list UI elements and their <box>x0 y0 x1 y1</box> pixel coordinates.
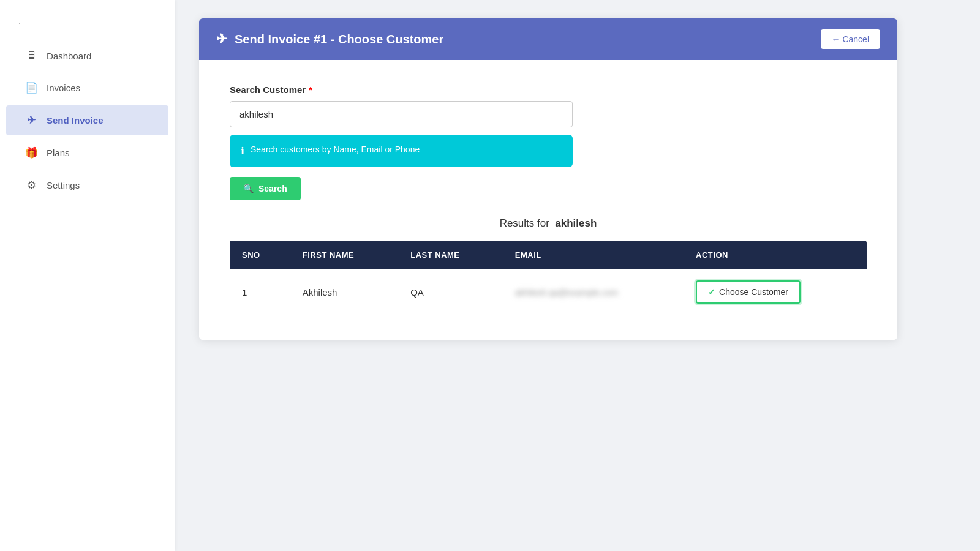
main-content: ✈ Send Invoice #1 - Choose Customer ← Ca… <box>175 0 980 551</box>
search-label-text: Search Customer <box>230 84 306 95</box>
info-text: Search customers by Name, Email or Phone <box>251 143 420 156</box>
dashboard-icon: 🖥 <box>24 50 38 62</box>
search-magnifier-icon: 🔍 <box>243 184 254 193</box>
cell-first-name: Akhilesh <box>290 269 398 315</box>
search-button-label: Search <box>258 184 287 193</box>
panel: ✈ Send Invoice #1 - Choose Customer ← Ca… <box>199 18 897 340</box>
choose-customer-button[interactable]: ✓ Choose Customer <box>696 280 801 304</box>
results-table: SNO FIRST NAME LAST NAME EMAIL ACTION 1 … <box>230 241 867 315</box>
cell-action: ✓ Choose Customer <box>684 269 867 315</box>
send-invoice-icon: ✈ <box>24 114 38 127</box>
email-value: akhilesh.qa@example.com <box>515 288 618 298</box>
col-last-name: LAST NAME <box>398 241 503 269</box>
results-title: Results for akhilesh <box>230 217 867 230</box>
required-star: * <box>309 85 312 95</box>
table-header: SNO FIRST NAME LAST NAME EMAIL ACTION <box>230 241 867 269</box>
cell-sno: 1 <box>230 269 290 315</box>
col-first-name: FIRST NAME <box>290 241 398 269</box>
choose-customer-label: Choose Customer <box>719 287 788 297</box>
search-input[interactable] <box>230 101 573 127</box>
search-button[interactable]: 🔍 Search <box>230 177 301 200</box>
sidebar-label-plans: Plans <box>47 148 70 158</box>
table-row: 1 Akhilesh QA akhilesh.qa@example.com ✓ … <box>230 269 867 315</box>
sidebar-item-plans[interactable]: 🎁 Plans <box>6 138 168 168</box>
sidebar-item-dashboard[interactable]: 🖥 Dashboard <box>6 41 168 70</box>
checkmark-icon: ✓ <box>708 287 715 297</box>
info-box: ℹ Search customers by Name, Email or Pho… <box>230 135 573 167</box>
cell-last-name: QA <box>398 269 503 315</box>
table-body: 1 Akhilesh QA akhilesh.qa@example.com ✓ … <box>230 269 867 315</box>
panel-title: ✈ Send Invoice #1 - Choose Customer <box>216 31 443 47</box>
cancel-button[interactable]: ← Cancel <box>821 29 880 49</box>
sidebar-item-invoices[interactable]: 📄 Invoices <box>6 73 168 103</box>
col-action: ACTION <box>684 241 867 269</box>
sidebar-label-dashboard: Dashboard <box>47 51 91 61</box>
search-label: Search Customer * <box>230 84 867 95</box>
info-icon: ℹ <box>241 144 244 159</box>
sidebar: · 🖥 Dashboard 📄 Invoices ✈ Send Invoice … <box>0 0 175 551</box>
col-sno: SNO <box>230 241 290 269</box>
sidebar-label-invoices: Invoices <box>47 83 80 93</box>
plans-icon: 🎁 <box>24 146 38 159</box>
sidebar-item-settings[interactable]: ⚙ Settings <box>6 170 168 200</box>
results-query: akhilesh <box>555 217 597 229</box>
settings-icon: ⚙ <box>24 179 38 192</box>
send-plane-icon: ✈ <box>216 31 227 47</box>
panel-title-text: Send Invoice #1 - Choose Customer <box>235 32 443 47</box>
results-prefix: Results for <box>500 217 549 229</box>
invoices-icon: 📄 <box>24 81 38 94</box>
sidebar-label-send-invoice: Send Invoice <box>47 115 104 126</box>
sidebar-logo: · <box>0 12 175 40</box>
panel-header: ✈ Send Invoice #1 - Choose Customer ← Ca… <box>199 18 897 60</box>
cell-email: akhilesh.qa@example.com <box>503 269 684 315</box>
panel-body: Search Customer * ℹ Search customers by … <box>199 60 897 340</box>
col-email: EMAIL <box>503 241 684 269</box>
sidebar-item-send-invoice[interactable]: ✈ Send Invoice <box>6 105 168 135</box>
sidebar-label-settings: Settings <box>47 180 80 190</box>
